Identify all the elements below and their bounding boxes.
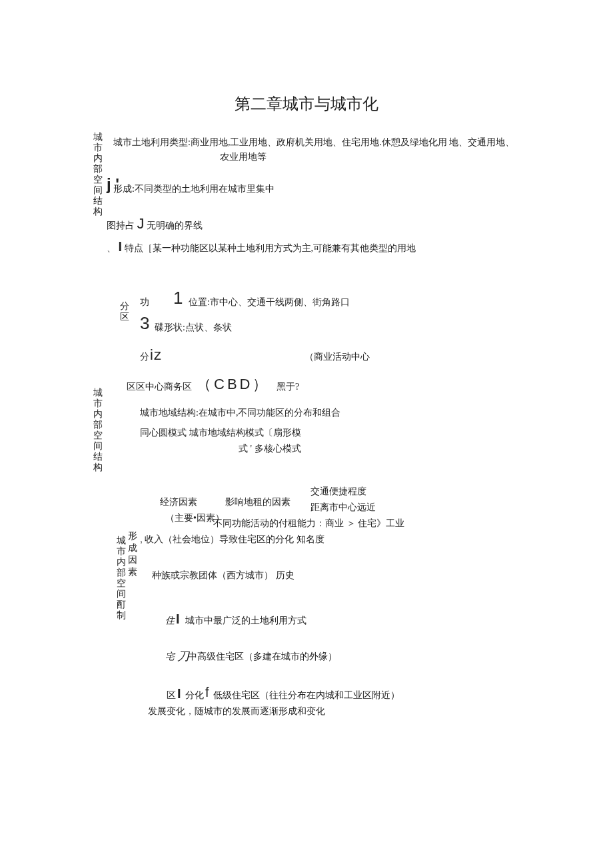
landuse-types-line2: 农业用地等	[220, 151, 267, 163]
multicore-text: 式 ' 多核心模式	[239, 443, 301, 455]
rent-ability-text: 不同功能活动的付租能力：商业 ＞ 住宅》工业	[213, 518, 404, 530]
tuchi-post: 无明确的界线	[147, 220, 203, 230]
distance-center: 距离市中心远近	[310, 502, 376, 514]
widest-landuse-text: 城市中最广泛的土地利用方式	[185, 615, 306, 627]
vertical-label-2: 城市内部空间结构	[93, 388, 104, 473]
income-text: 收入（社会地位）导致住宅区的分化 知名度	[145, 534, 324, 544]
tedian-bar: I	[119, 239, 123, 254]
vertical-sublabel: 形成因素	[128, 530, 137, 578]
iz-glyph: iz	[150, 346, 162, 364]
zhu-bar: I	[176, 612, 180, 627]
evolution-text: 发展变化，随城市的发展而逐渐形成和变化	[148, 705, 325, 717]
ethnic-religion-text: 种族或宗教团体（西方城市） 历史	[152, 570, 295, 582]
income-row: , 收入（社会地位）导致住宅区的分化 知名度	[140, 534, 324, 546]
low-residential-text: 低级住宅区（往往分布在内城和工业区附近）	[213, 689, 400, 701]
digit-one: 1	[173, 288, 183, 308]
concentric-model-text: 同心圆模式 城市地域结构模式〔扇形模	[140, 427, 301, 439]
digit-three: 3	[140, 313, 149, 334]
urban-structure-text: 城市地域结构:在城市中,不同功能区的分布和组合	[140, 407, 340, 419]
gong-label: 功	[140, 296, 149, 308]
qu-char: 区	[167, 689, 176, 701]
high-mid-residential-text: 中高级住宅区（多建在城市的外缘）	[188, 651, 337, 663]
cbd-prefix: 区区中心商务区	[127, 381, 192, 393]
heiyu-text: 黑于?	[277, 381, 299, 393]
commercial-center-text: （商业活动中心	[305, 351, 370, 363]
location-text: 位置:市中心、交通干线两侧、街角路口	[189, 296, 350, 308]
chapter-title: 第二章城市与城市化	[0, 93, 613, 115]
fen-char: 分	[140, 351, 149, 363]
vertical-label-3: 城市内部空间酊制	[117, 536, 127, 621]
qu-bar: I	[177, 686, 181, 701]
tedian-pre: 、	[107, 243, 116, 253]
glyph-big-j: J	[137, 215, 145, 232]
f-glyph: f	[205, 685, 209, 700]
zhu-char: 住	[165, 615, 175, 627]
economic-factor: 经济因素	[160, 496, 197, 508]
rent-factors-label: 影响地租的因素	[225, 496, 291, 508]
shape-text: 碟形状:点状、条状	[155, 322, 232, 334]
landuse-types-line1: 城市土地利用类型:商业用地,工业用地、政府机关用地、住宅用地.休憩及绿地化用 地…	[113, 137, 514, 149]
comma-glyph: ,	[140, 534, 143, 544]
transport-convenience: 交通便捷程度	[310, 486, 366, 498]
tuchi-row: 图持占 J 无明确的界线	[107, 215, 203, 232]
fenqu-vertical: 分区	[120, 301, 129, 322]
features-row: 、 I 特点［某一种功能区以某种土地利用方式为主,可能兼有其他类型的用地	[107, 239, 416, 254]
zhai-char: 宅	[165, 651, 175, 663]
vertical-label-1: 城市内部空间结构	[93, 132, 104, 217]
cbd-label: （CBD）	[197, 374, 270, 394]
tuchi-pre: 图持占	[107, 220, 135, 230]
formation-text: 形成:不同类型的土地利用在城市里集中	[113, 183, 275, 195]
tedian-text: 特点［某一种功能区以某种土地利用方式为主,可能兼有其他类型的用地	[125, 243, 416, 253]
fenhua-text: 分化	[185, 689, 204, 701]
